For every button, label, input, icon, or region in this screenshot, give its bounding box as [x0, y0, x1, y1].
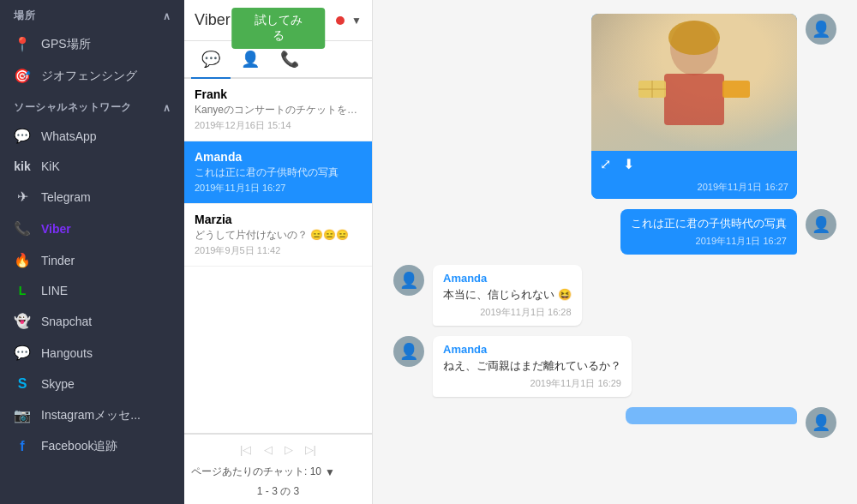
message-bubble-partial	[626, 407, 797, 424]
chevron-up-icon[interactable]: ∧	[163, 102, 171, 114]
sidebar-item-skype[interactable]: S Skype	[0, 369, 184, 399]
chat-item-preview: Kanyeのコンサートのチケットを購...	[195, 103, 362, 117]
download-image-button[interactable]: ⬇	[623, 156, 634, 172]
message-row-sent-text: 👤 これは正に君の子供時代の写真 2019年11月1日 16:27	[393, 209, 836, 255]
location-icon: 📍	[14, 36, 31, 52]
chat-item-amanda[interactable]: Amanda これは正に君の子供時代の写真 2019年11月1日 16:27	[184, 141, 372, 204]
message-text: ねえ、ご両親はまだ離れているか？	[443, 358, 621, 374]
sidebar-item-label: Instagramメッセ...	[41, 408, 141, 423]
svg-rect-4	[722, 81, 750, 98]
whatsapp-icon: 💬	[14, 128, 31, 144]
sidebar-item-kik[interactable]: kik KiK	[0, 152, 184, 181]
tinder-icon: 🔥	[14, 252, 31, 268]
per-page-selector[interactable]: ページあたりのチャット: 10 ▼	[184, 461, 372, 483]
sidebar-item-snapchat[interactable]: 👻 Snapchat	[0, 305, 184, 337]
avatar: 👤	[806, 407, 836, 438]
message-bubble-received: Amanda 本当に、信じられない 😆 2019年11月1日 16:28	[433, 265, 582, 326]
image-bubble: ⤢ ⬇ 2019年11月1日 16:27	[591, 14, 797, 199]
sidebar-item-hangouts[interactable]: 💬 Hangouts	[0, 337, 184, 369]
status-dot	[336, 16, 345, 25]
expand-image-button[interactable]: ⤢	[600, 156, 611, 172]
sidebar-section-label: ソーシャルネットワーク	[14, 100, 132, 115]
first-page-button[interactable]: |◁	[237, 441, 255, 458]
chevron-down-icon: ▼	[325, 466, 335, 478]
sidebar-item-label: Tinder	[41, 254, 75, 267]
main-area: Viber 試してみる ⋮ ▼ 💬 👤 📞 Frank Kanyeのコンサートの…	[184, 0, 857, 504]
try-button[interactable]: 試してみる	[231, 8, 326, 49]
message-time: 2019年11月1日 16:28	[443, 306, 572, 319]
sidebar-item-label: Facebook追跡	[41, 439, 117, 454]
sidebar-item-label: GPS場所	[41, 37, 91, 52]
sidebar-section-social: ソーシャルネットワーク ∧	[0, 92, 184, 120]
chat-item-name: Marzia	[195, 213, 362, 226]
snapchat-icon: 👻	[14, 313, 31, 329]
image-time: 2019年11月1日 16:27	[591, 177, 797, 199]
message-text: 本当に、信じられない 😆	[443, 287, 572, 303]
chat-item-preview: どうして片付けないの？ 😑😑😑	[195, 228, 362, 243]
sidebar-item-label: WhatsApp	[41, 129, 97, 143]
sidebar-item-label: LINE	[41, 284, 68, 297]
sidebar-item-label: Snapchat	[41, 315, 92, 328]
sidebar-item-label: ジオフェンシング	[41, 69, 137, 84]
sidebar: 場所 ∧ 📍 GPS場所 🎯 ジオフェンシング ソーシャルネットワーク ∧ 💬 …	[0, 0, 184, 504]
telegram-icon: ✈	[14, 189, 31, 205]
sidebar-item-viber[interactable]: 📞 Viber	[0, 213, 184, 244]
svg-rect-2	[664, 74, 724, 125]
avatar: 👤	[393, 336, 424, 367]
sidebar-item-facebook[interactable]: f Facebook追跡	[0, 431, 184, 462]
sidebar-item-line[interactable]: L LINE	[0, 276, 184, 305]
message-time: 2019年11月1日 16:27	[631, 235, 787, 248]
avatar: 👤	[393, 265, 424, 296]
kik-icon: kik	[14, 159, 31, 173]
chevron-up-icon[interactable]: ∧	[163, 10, 171, 22]
chat-item-frank[interactable]: Frank Kanyeのコンサートのチケットを購... 2019年12月16日 …	[184, 79, 372, 141]
chat-item-time: 2019年11月1日 16:27	[195, 182, 362, 195]
message-bubble-received-2: Amanda ねえ、ご両親はまだ離れているか？ 2019年11月1日 16:29	[433, 336, 632, 397]
message-sender: Amanda	[443, 272, 572, 285]
chat-item-marzia[interactable]: Marzia どうして片付けないの？ 😑😑😑 2019年9月5日 11:42	[184, 204, 372, 267]
message-sender: Amanda	[443, 343, 621, 356]
chat-item-preview: これは正に君の子供時代の写真	[195, 165, 362, 180]
image-actions: ⤢ ⬇	[591, 151, 797, 177]
avatar: 👤	[806, 209, 836, 240]
chat-list-panel: Viber 試してみる ⋮ ▼ 💬 👤 📞 Frank Kanyeのコンサートの…	[184, 0, 373, 504]
sidebar-item-label: KiK	[41, 159, 60, 173]
sidebar-item-label: Hangouts	[41, 346, 93, 360]
sidebar-item-label: Skype	[41, 377, 75, 391]
viber-title: Viber	[195, 11, 231, 29]
geofence-icon: 🎯	[14, 68, 31, 84]
sidebar-item-instagram[interactable]: 📷 Instagramメッセ...	[0, 399, 184, 431]
chat-item-name: Frank	[195, 87, 362, 101]
chat-item-name: Amanda	[195, 150, 362, 164]
skype-icon: S	[14, 376, 31, 392]
chat-list: Frank Kanyeのコンサートのチケットを購... 2019年12月16日 …	[184, 79, 372, 433]
line-icon: L	[14, 284, 31, 297]
message-text: これは正に君の子供時代の写真	[631, 216, 787, 231]
sidebar-item-tinder[interactable]: 🔥 Tinder	[0, 244, 184, 276]
prev-page-button[interactable]: ◁	[261, 441, 276, 458]
svg-point-1	[668, 21, 720, 55]
viber-topbar: Viber 試してみる ⋮ ▼	[184, 0, 372, 41]
chevron-down-icon[interactable]: ▼	[351, 15, 362, 27]
sidebar-item-geofencing[interactable]: 🎯 ジオフェンシング	[0, 60, 184, 92]
chat-item-time: 2019年12月16日 15:14	[195, 119, 362, 132]
hangouts-icon: 💬	[14, 345, 31, 361]
chat-view: 👤	[373, 0, 857, 504]
chat-item-time: 2019年9月5日 11:42	[195, 244, 362, 257]
image-placeholder	[591, 14, 797, 151]
chat-pagination: |◁ ◁ ▷ ▷|	[184, 434, 372, 461]
sidebar-item-gps[interactable]: 📍 GPS場所	[0, 28, 184, 60]
sidebar-item-whatsapp[interactable]: 💬 WhatsApp	[0, 120, 184, 152]
chat-messages: 👤	[373, 0, 857, 504]
sidebar-item-label: Telegram	[41, 190, 91, 204]
next-page-button[interactable]: ▷	[281, 441, 297, 458]
sidebar-section-places: 場所 ∧	[0, 0, 184, 28]
sidebar-item-label: Viber	[41, 222, 71, 236]
message-bubble-sent: これは正に君の子供時代の写真 2019年11月1日 16:27	[620, 209, 797, 255]
message-row-img: 👤	[393, 14, 836, 199]
sidebar-item-telegram[interactable]: ✈ Telegram	[0, 181, 184, 213]
per-page-label: ページあたりのチャット: 10	[191, 465, 321, 479]
tab-chat[interactable]: 💬	[191, 41, 231, 79]
last-page-button[interactable]: ▷|	[302, 441, 320, 458]
instagram-icon: 📷	[14, 407, 31, 423]
